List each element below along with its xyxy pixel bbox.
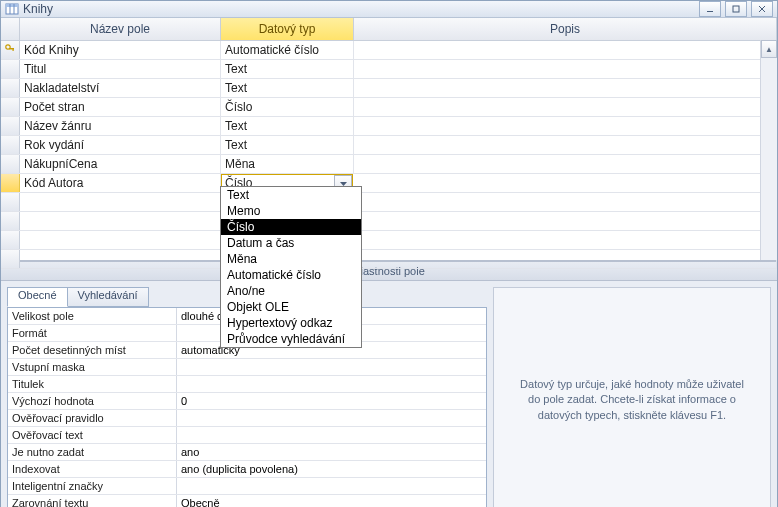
row-selector[interactable] bbox=[1, 60, 20, 78]
field-desc-cell[interactable] bbox=[354, 117, 777, 135]
field-name-cell[interactable] bbox=[20, 193, 221, 211]
datatype-option[interactable]: Memo bbox=[221, 203, 361, 219]
content-area: Název pole Datový typ Popis Kód KnihyAut… bbox=[1, 18, 777, 507]
property-row[interactable]: Indexovatano (duplicita povolena) bbox=[8, 461, 486, 478]
col-header-name[interactable]: Název pole bbox=[20, 18, 221, 40]
property-row[interactable]: Ověřovací text bbox=[8, 427, 486, 444]
scroll-up[interactable]: ▲ bbox=[761, 40, 777, 58]
field-name-cell[interactable] bbox=[20, 212, 221, 230]
tab-general[interactable]: Obecné bbox=[7, 287, 68, 307]
row-selector[interactable] bbox=[1, 98, 20, 116]
property-row[interactable]: Je nutno zadatano bbox=[8, 444, 486, 461]
datatype-option[interactable]: Číslo bbox=[221, 219, 361, 235]
field-type-cell[interactable]: Text bbox=[221, 60, 354, 78]
property-row[interactable]: Titulek bbox=[8, 376, 486, 393]
property-value[interactable]: Obecně bbox=[177, 495, 486, 507]
field-desc-cell[interactable] bbox=[354, 212, 777, 230]
field-desc-cell[interactable] bbox=[354, 155, 777, 173]
property-value[interactable]: 0 bbox=[177, 393, 486, 409]
datatype-option[interactable]: Datum a čas bbox=[221, 235, 361, 251]
field-name-cell[interactable]: Kód Knihy bbox=[20, 41, 221, 59]
field-row-empty[interactable] bbox=[1, 193, 777, 212]
datatype-option[interactable]: Objekt OLE bbox=[221, 299, 361, 315]
property-value[interactable] bbox=[177, 359, 486, 375]
datatype-option[interactable]: Ano/ne bbox=[221, 283, 361, 299]
col-header-type[interactable]: Datový typ bbox=[221, 18, 354, 40]
property-row[interactable]: Ověřovací pravidlo bbox=[8, 410, 486, 427]
field-row[interactable]: TitulText bbox=[1, 60, 777, 79]
field-row-empty[interactable] bbox=[1, 212, 777, 231]
row-selector[interactable] bbox=[1, 174, 20, 192]
datatype-option[interactable]: Hypertextový odkaz bbox=[221, 315, 361, 331]
property-row[interactable]: Výchozí hodnota0 bbox=[8, 393, 486, 410]
row-selector[interactable] bbox=[1, 250, 20, 268]
selector-header[interactable] bbox=[1, 18, 20, 40]
property-row[interactable]: Zarovnání textuObecně bbox=[8, 495, 486, 507]
property-value[interactable]: ano bbox=[177, 444, 486, 460]
maximize-button[interactable] bbox=[725, 1, 747, 17]
window-title: Knihy bbox=[23, 2, 699, 16]
field-desc-cell[interactable] bbox=[354, 41, 777, 59]
col-header-desc[interactable]: Popis bbox=[354, 18, 777, 40]
field-desc-cell[interactable] bbox=[354, 231, 777, 249]
field-row-empty[interactable] bbox=[1, 250, 777, 269]
field-row[interactable]: Rok vydáníText bbox=[1, 136, 777, 155]
field-type-cell[interactable]: Text bbox=[221, 136, 354, 154]
property-value[interactable] bbox=[177, 410, 486, 426]
row-selector[interactable] bbox=[1, 212, 20, 230]
field-row[interactable]: NakladatelstvíText bbox=[1, 79, 777, 98]
row-selector[interactable] bbox=[1, 41, 20, 59]
row-selector[interactable] bbox=[1, 193, 20, 211]
field-type-cell[interactable]: Text bbox=[221, 117, 354, 135]
field-row[interactable]: NákupníCenaMěna bbox=[1, 155, 777, 174]
field-name-cell[interactable]: Nakladatelství bbox=[20, 79, 221, 97]
datatype-option[interactable]: Měna bbox=[221, 251, 361, 267]
field-type-cell[interactable]: Automatické číslo bbox=[221, 41, 354, 59]
svg-rect-1 bbox=[6, 4, 18, 7]
datatype-option[interactable]: Automatické číslo bbox=[221, 267, 361, 283]
field-name-cell[interactable]: NákupníCena bbox=[20, 155, 221, 173]
field-row[interactable]: Název žánruText bbox=[1, 117, 777, 136]
close-button[interactable] bbox=[751, 1, 773, 17]
field-name-cell[interactable] bbox=[20, 250, 221, 268]
datatype-dropdown[interactable]: TextMemoČísloDatum a časMěnaAutomatické … bbox=[220, 186, 362, 348]
field-desc-cell[interactable] bbox=[354, 79, 777, 97]
design-view-window: Knihy Název pole Datový typ Popis Kód Kn… bbox=[0, 0, 778, 507]
property-row[interactable]: Inteligentní značky bbox=[8, 478, 486, 495]
field-desc-cell[interactable] bbox=[354, 250, 777, 268]
minimize-button[interactable] bbox=[699, 1, 721, 17]
field-row-empty[interactable] bbox=[1, 231, 777, 250]
datatype-option[interactable]: Průvodce vyhledávání bbox=[221, 331, 361, 347]
field-type-cell[interactable]: Text bbox=[221, 79, 354, 97]
row-selector[interactable] bbox=[1, 117, 20, 135]
row-selector[interactable] bbox=[1, 155, 20, 173]
property-value[interactable]: ano (duplicita povolena) bbox=[177, 461, 486, 477]
field-name-cell[interactable] bbox=[20, 231, 221, 249]
field-name-cell[interactable]: Kód Autora bbox=[20, 174, 221, 192]
datatype-option[interactable]: Text bbox=[221, 187, 361, 203]
field-desc-cell[interactable] bbox=[354, 60, 777, 78]
property-value[interactable] bbox=[177, 427, 486, 443]
tab-lookup[interactable]: Vyhledávání bbox=[67, 287, 149, 307]
field-desc-cell[interactable] bbox=[353, 174, 777, 192]
field-desc-cell[interactable] bbox=[354, 98, 777, 116]
field-row[interactable]: Kód AutoraČíslo bbox=[1, 174, 777, 193]
property-value[interactable] bbox=[177, 376, 486, 392]
vertical-scrollbar[interactable]: ▲ bbox=[760, 40, 777, 260]
field-name-cell[interactable]: Rok vydání bbox=[20, 136, 221, 154]
field-desc-cell[interactable] bbox=[354, 136, 777, 154]
row-selector[interactable] bbox=[1, 79, 20, 97]
svg-rect-4 bbox=[707, 11, 713, 12]
row-selector[interactable] bbox=[1, 136, 20, 154]
field-row[interactable]: Kód KnihyAutomatické číslo bbox=[1, 41, 777, 60]
property-value[interactable] bbox=[177, 478, 486, 494]
field-name-cell[interactable]: Titul bbox=[20, 60, 221, 78]
field-row[interactable]: Počet stranČíslo bbox=[1, 98, 777, 117]
field-type-cell[interactable]: Měna bbox=[221, 155, 354, 173]
field-name-cell[interactable]: Název žánru bbox=[20, 117, 221, 135]
property-row[interactable]: Vstupní maska bbox=[8, 359, 486, 376]
field-type-cell[interactable]: Číslo bbox=[221, 98, 354, 116]
row-selector[interactable] bbox=[1, 231, 20, 249]
field-name-cell[interactable]: Počet stran bbox=[20, 98, 221, 116]
field-desc-cell[interactable] bbox=[354, 193, 777, 211]
